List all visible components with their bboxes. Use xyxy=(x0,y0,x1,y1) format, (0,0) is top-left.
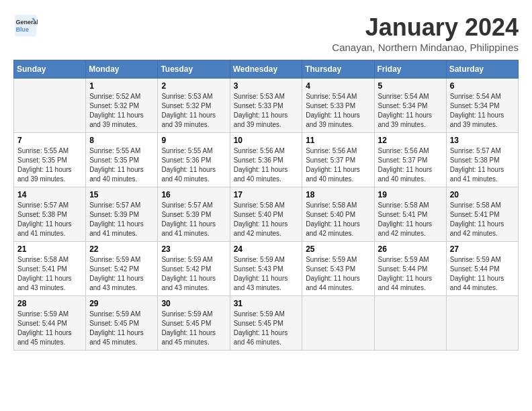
location-title: Canayan, Northern Mindanao, Philippines xyxy=(332,42,519,53)
day-info: Sunrise: 5:54 AM Sunset: 5:34 PM Dayligh… xyxy=(378,92,443,130)
day-info: Sunrise: 5:57 AM Sunset: 5:39 PM Dayligh… xyxy=(161,201,226,238)
day-number: 23 xyxy=(161,244,226,254)
day-info: Sunrise: 5:56 AM Sunset: 5:37 PM Dayligh… xyxy=(306,146,370,184)
calendar-cell: 28Sunrise: 5:59 AM Sunset: 5:44 PM Dayli… xyxy=(14,296,86,351)
day-number: 9 xyxy=(161,136,226,145)
calendar-cell: 4Sunrise: 5:54 AM Sunset: 5:33 PM Daylig… xyxy=(302,79,374,133)
day-number: 31 xyxy=(234,299,299,308)
day-info: Sunrise: 5:54 AM Sunset: 5:33 PM Dayligh… xyxy=(306,92,370,130)
calendar-cell: 8Sunrise: 5:55 AM Sunset: 5:35 PM Daylig… xyxy=(86,133,158,187)
day-info: Sunrise: 5:55 AM Sunset: 5:35 PM Dayligh… xyxy=(17,146,82,184)
day-info: Sunrise: 5:52 AM Sunset: 5:32 PM Dayligh… xyxy=(89,92,154,130)
day-number: 24 xyxy=(234,244,299,254)
calendar-cell xyxy=(14,79,86,133)
day-info: Sunrise: 5:59 AM Sunset: 5:45 PM Dayligh… xyxy=(89,310,154,347)
day-number: 29 xyxy=(89,299,154,308)
weekday-header-wednesday: Wednesday xyxy=(230,60,302,79)
weekday-header-saturday: Saturday xyxy=(446,60,518,79)
day-number: 4 xyxy=(306,81,370,91)
calendar-cell: 17Sunrise: 5:58 AM Sunset: 5:40 PM Dayli… xyxy=(230,187,302,242)
calendar-week-5: 28Sunrise: 5:59 AM Sunset: 5:44 PM Dayli… xyxy=(14,296,519,351)
calendar-cell: 16Sunrise: 5:57 AM Sunset: 5:39 PM Dayli… xyxy=(158,187,230,242)
day-number: 27 xyxy=(450,244,515,254)
weekday-header: SundayMondayTuesdayWednesdayThursdayFrid… xyxy=(14,60,519,79)
calendar-cell: 26Sunrise: 5:59 AM Sunset: 5:44 PM Dayli… xyxy=(374,242,446,296)
day-info: Sunrise: 5:59 AM Sunset: 5:43 PM Dayligh… xyxy=(306,255,370,293)
weekday-header-sunday: Sunday xyxy=(14,60,86,79)
calendar-table: SundayMondayTuesdayWednesdayThursdayFrid… xyxy=(13,60,519,351)
day-number: 1 xyxy=(89,81,154,91)
day-info: Sunrise: 5:58 AM Sunset: 5:41 PM Dayligh… xyxy=(17,255,82,293)
calendar-cell xyxy=(446,296,518,351)
day-number: 19 xyxy=(378,190,443,199)
calendar-cell: 31Sunrise: 5:59 AM Sunset: 5:45 PM Dayli… xyxy=(230,296,302,351)
calendar-cell: 6Sunrise: 5:54 AM Sunset: 5:34 PM Daylig… xyxy=(446,79,518,133)
calendar-cell: 3Sunrise: 5:53 AM Sunset: 5:33 PM Daylig… xyxy=(230,79,302,133)
svg-text:Blue: Blue xyxy=(16,26,30,33)
day-number: 28 xyxy=(17,299,82,308)
day-number: 21 xyxy=(17,244,82,254)
day-info: Sunrise: 5:57 AM Sunset: 5:39 PM Dayligh… xyxy=(89,201,154,238)
calendar-cell: 23Sunrise: 5:59 AM Sunset: 5:42 PM Dayli… xyxy=(158,242,230,296)
day-info: Sunrise: 5:59 AM Sunset: 5:43 PM Dayligh… xyxy=(234,255,299,293)
calendar-cell: 1Sunrise: 5:52 AM Sunset: 5:32 PM Daylig… xyxy=(86,79,158,133)
day-number: 30 xyxy=(161,299,226,308)
calendar-cell: 27Sunrise: 5:59 AM Sunset: 5:44 PM Dayli… xyxy=(446,242,518,296)
day-number: 8 xyxy=(89,136,154,145)
calendar-cell: 5Sunrise: 5:54 AM Sunset: 5:34 PM Daylig… xyxy=(374,79,446,133)
logo-icon: General Blue xyxy=(13,13,38,38)
calendar-cell: 19Sunrise: 5:58 AM Sunset: 5:41 PM Dayli… xyxy=(374,187,446,242)
calendar-cell: 24Sunrise: 5:59 AM Sunset: 5:43 PM Dayli… xyxy=(230,242,302,296)
calendar-cell: 11Sunrise: 5:56 AM Sunset: 5:37 PM Dayli… xyxy=(302,133,374,187)
calendar-cell: 13Sunrise: 5:57 AM Sunset: 5:38 PM Dayli… xyxy=(446,133,518,187)
month-title: January 2024 xyxy=(332,13,519,42)
day-info: Sunrise: 5:53 AM Sunset: 5:32 PM Dayligh… xyxy=(161,92,226,130)
weekday-header-thursday: Thursday xyxy=(302,60,374,79)
day-info: Sunrise: 5:55 AM Sunset: 5:35 PM Dayligh… xyxy=(89,146,154,184)
calendar-cell: 25Sunrise: 5:59 AM Sunset: 5:43 PM Dayli… xyxy=(302,242,374,296)
day-info: Sunrise: 5:56 AM Sunset: 5:37 PM Dayligh… xyxy=(378,146,443,184)
day-number: 18 xyxy=(306,190,370,199)
day-info: Sunrise: 5:57 AM Sunset: 5:38 PM Dayligh… xyxy=(17,201,82,238)
day-number: 13 xyxy=(450,136,515,145)
calendar-week-2: 7Sunrise: 5:55 AM Sunset: 5:35 PM Daylig… xyxy=(14,133,519,187)
weekday-header-tuesday: Tuesday xyxy=(158,60,230,79)
day-info: Sunrise: 5:59 AM Sunset: 5:42 PM Dayligh… xyxy=(89,255,154,293)
day-info: Sunrise: 5:59 AM Sunset: 5:42 PM Dayligh… xyxy=(161,255,226,293)
calendar-cell: 15Sunrise: 5:57 AM Sunset: 5:39 PM Dayli… xyxy=(86,187,158,242)
day-info: Sunrise: 5:58 AM Sunset: 5:41 PM Dayligh… xyxy=(450,201,515,238)
logo: General Blue xyxy=(13,13,38,38)
calendar-cell: 30Sunrise: 5:59 AM Sunset: 5:45 PM Dayli… xyxy=(158,296,230,351)
day-number: 26 xyxy=(378,244,443,254)
day-number: 17 xyxy=(234,190,299,199)
day-number: 11 xyxy=(306,136,370,145)
day-info: Sunrise: 5:57 AM Sunset: 5:38 PM Dayligh… xyxy=(450,146,515,184)
calendar-cell: 12Sunrise: 5:56 AM Sunset: 5:37 PM Dayli… xyxy=(374,133,446,187)
day-info: Sunrise: 5:54 AM Sunset: 5:34 PM Dayligh… xyxy=(450,92,515,130)
calendar-cell: 10Sunrise: 5:56 AM Sunset: 5:36 PM Dayli… xyxy=(230,133,302,187)
day-number: 2 xyxy=(161,81,226,91)
calendar-week-1: 1Sunrise: 5:52 AM Sunset: 5:32 PM Daylig… xyxy=(14,79,519,133)
calendar-cell: 22Sunrise: 5:59 AM Sunset: 5:42 PM Dayli… xyxy=(86,242,158,296)
calendar-cell: 20Sunrise: 5:58 AM Sunset: 5:41 PM Dayli… xyxy=(446,187,518,242)
calendar-cell: 7Sunrise: 5:55 AM Sunset: 5:35 PM Daylig… xyxy=(14,133,86,187)
weekday-header-friday: Friday xyxy=(374,60,446,79)
calendar-cell: 2Sunrise: 5:53 AM Sunset: 5:32 PM Daylig… xyxy=(158,79,230,133)
day-number: 15 xyxy=(89,190,154,199)
calendar-cell: 9Sunrise: 5:55 AM Sunset: 5:36 PM Daylig… xyxy=(158,133,230,187)
day-info: Sunrise: 5:56 AM Sunset: 5:36 PM Dayligh… xyxy=(234,146,299,184)
calendar-cell: 21Sunrise: 5:58 AM Sunset: 5:41 PM Dayli… xyxy=(14,242,86,296)
calendar-body: 1Sunrise: 5:52 AM Sunset: 5:32 PM Daylig… xyxy=(14,79,519,351)
day-number: 5 xyxy=(378,81,443,91)
calendar-week-4: 21Sunrise: 5:58 AM Sunset: 5:41 PM Dayli… xyxy=(14,242,519,296)
day-info: Sunrise: 5:55 AM Sunset: 5:36 PM Dayligh… xyxy=(161,146,226,184)
day-info: Sunrise: 5:59 AM Sunset: 5:44 PM Dayligh… xyxy=(17,310,82,347)
calendar-cell xyxy=(374,296,446,351)
day-number: 22 xyxy=(89,244,154,254)
day-info: Sunrise: 5:58 AM Sunset: 5:40 PM Dayligh… xyxy=(306,201,370,238)
day-number: 20 xyxy=(450,190,515,199)
title-block: January 2024 Canayan, Northern Mindanao,… xyxy=(332,13,519,53)
calendar-week-3: 14Sunrise: 5:57 AM Sunset: 5:38 PM Dayli… xyxy=(14,187,519,242)
calendar-cell: 14Sunrise: 5:57 AM Sunset: 5:38 PM Dayli… xyxy=(14,187,86,242)
day-number: 25 xyxy=(306,244,370,254)
